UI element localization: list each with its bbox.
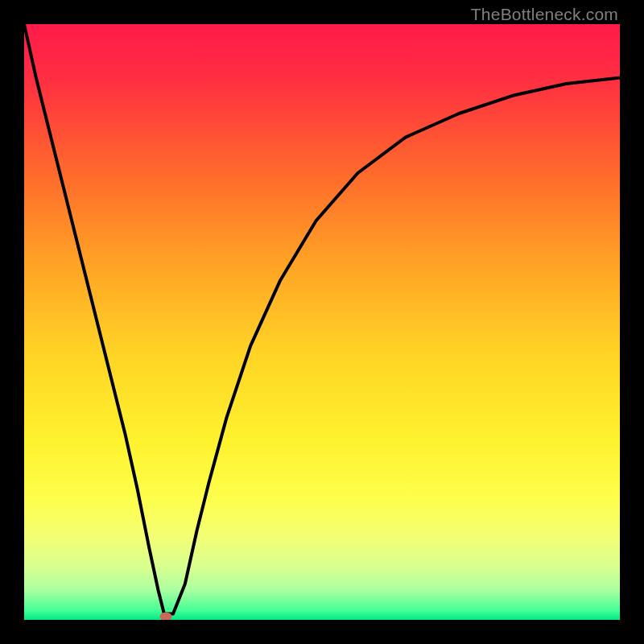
curve-path: [24, 24, 620, 614]
bottleneck-curve: [24, 24, 620, 620]
chart-frame: TheBottleneck.com: [0, 0, 644, 644]
plot-area: [24, 24, 620, 620]
watermark-text: TheBottleneck.com: [471, 5, 618, 24]
optimal-point-marker: [160, 612, 172, 620]
